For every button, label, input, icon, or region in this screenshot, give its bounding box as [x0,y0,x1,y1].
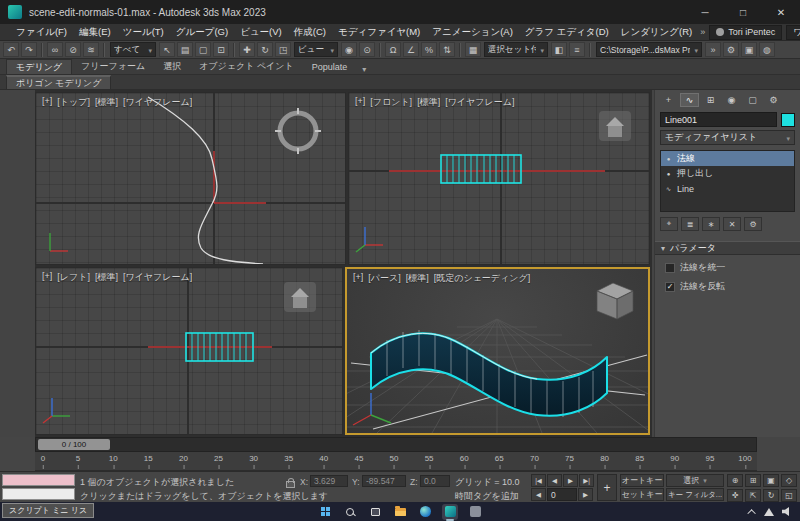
menu-item-6[interactable]: 作成(C) [288,26,332,39]
spline-icon[interactable]: ∿ [664,185,673,192]
previous-key-button[interactable]: ◀ [531,488,546,501]
ribbon-tab-3[interactable]: 選択 [154,59,190,74]
make-unique-button[interactable]: ∗ [702,217,720,231]
select-by-name-icon[interactable]: ▤ [177,42,193,57]
window-crossing-toggle-icon[interactable]: ⊡ [213,42,229,57]
spline-wireframe-top[interactable] [148,97,263,264]
set-keys-button[interactable] [597,474,617,501]
undo-icon[interactable]: ↶ [3,42,19,57]
redo-icon[interactable]: ↷ [21,42,37,57]
current-frame-field[interactable]: 0 [547,488,577,501]
pan-icon[interactable]: ✜ [727,489,743,502]
play-animation-button[interactable]: ▶ [563,474,578,487]
viewport-menu-plus[interactable]: [+] [355,96,365,109]
menu-item-7[interactable]: モディファイヤ(M) [332,26,426,39]
viewport-style-menu[interactable]: [標準] [95,96,118,109]
render-production-icon[interactable]: ◍ [759,42,775,57]
select-and-link-icon[interactable]: ∞ [47,42,63,57]
edit-named-selection-icon[interactable]: ▦ [465,42,481,57]
bind-to-space-warp-icon[interactable]: ≋ [83,42,99,57]
viewport-style-menu[interactable]: [標準] [95,271,118,284]
viewport-name-menu[interactable]: [トップ] [57,96,90,109]
file-explorer-icon[interactable] [392,504,408,520]
field-of-view-icon[interactable]: ◇ [781,474,797,487]
mirror-icon[interactable]: ◧ [551,42,567,57]
y-coordinate-field[interactable]: -89.547 [362,475,406,487]
menu-item-1[interactable]: ファイル(F) [10,26,73,39]
object-name-field[interactable]: Line001 [660,112,777,127]
maxscript-mini-listener-white[interactable] [2,488,75,500]
ribbon-tab-4[interactable]: オブジェクト ペイント [190,59,303,74]
visibility-icon[interactable]: ● [664,156,673,162]
viewcube[interactable] [597,283,633,319]
minimize-button[interactable]: ─ [686,0,724,24]
rectangular-selection-region-icon[interactable]: ▢ [195,42,211,57]
polygon-modeling-tab[interactable]: ポリゴン モデリング [6,75,111,90]
viewport-name-menu[interactable]: [パース] [368,272,400,285]
viewport-front[interactable]: [+] [フロント] [標準] [ワイヤフレーム] [348,92,650,265]
extrude-wireframe-front[interactable] [441,155,521,183]
viewcube-mini[interactable] [284,282,316,312]
align-icon[interactable]: ≡ [569,42,585,57]
menu-item-5[interactable]: ビュー(V) [234,26,288,39]
modifier-stack-row-2[interactable]: ●押し出し [661,166,794,181]
modifier-stack[interactable]: ●法線●押し出し∿Line [660,150,795,212]
viewport-menu-plus[interactable]: [+] [353,272,363,285]
selection-filter-dropdown[interactable]: すべて [110,42,156,57]
close-button[interactable]: ✕ [762,0,800,24]
remove-modifier-button[interactable]: ✕ [723,217,741,231]
viewport-shading-menu[interactable]: [既定のシェーディング] [434,272,530,285]
rendered-frame-window-icon[interactable]: ▣ [741,42,757,57]
utilities-tab[interactable]: ⚙ [764,93,783,107]
viewport-perspective[interactable]: [+] [パース] [標準] [既定のシェーディング] [345,267,650,435]
viewport-menu-plus[interactable]: [+] [42,96,52,109]
modify-tab[interactable]: ∿ [680,93,699,107]
object-color-swatch[interactable] [781,113,795,127]
menu-overflow-chevron[interactable]: » [700,27,705,37]
modifier-stack-row-1[interactable]: ●法線 [661,151,794,166]
pin-stack-button[interactable]: ⌖ [660,217,678,231]
viewport-name-menu[interactable]: [フロント] [370,96,412,109]
selection-lock-toggle[interactable] [286,481,295,488]
select-and-rotate-icon[interactable]: ↻ [257,42,273,57]
render-setup-icon[interactable]: ⚙ [723,42,739,57]
windows-start-icon[interactable] [317,504,333,520]
menu-item-10[interactable]: レンダリング(R) [615,26,699,39]
ribbon-tab-2[interactable]: フリーフォーム [72,59,154,74]
unlink-selection-icon[interactable]: ⊘ [65,42,81,57]
maximize-button[interactable]: □ [724,0,762,24]
spinner-snap-icon[interactable]: ⇅ [439,42,455,57]
viewport-style-menu[interactable]: [標準] [406,272,429,285]
create-tab[interactable]: + [659,93,678,107]
motion-tab[interactable]: ◉ [722,93,741,107]
signin-account-menu[interactable]: Tori iPentec [709,25,782,40]
select-and-move-icon[interactable]: ✚ [239,42,255,57]
visibility-icon[interactable]: ● [664,171,673,177]
extruded-spline-object[interactable] [371,333,607,415]
network-icon[interactable] [764,508,774,516]
snap-toggle-icon[interactable]: Ω [385,42,401,57]
select-and-scale-icon[interactable]: ◳ [275,42,291,57]
set-key-button[interactable]: セットキー [620,488,664,501]
walk-through-icon[interactable]: ⇱ [745,489,761,502]
time-slider-handle[interactable]: 0 / 100 [38,439,110,450]
menu-item-9[interactable]: グラフ エディタ(D) [519,26,615,39]
select-object-icon[interactable]: ↖ [159,42,175,57]
angle-snap-icon[interactable]: ∠ [403,42,419,57]
ribbon-tab-5[interactable]: Populate [303,59,357,74]
timeline-ruler[interactable]: 0510152025303540455055606570758085909510… [35,452,757,471]
maxscript-mini-listener-pink[interactable] [2,474,75,486]
toolbar-overflow-chevron[interactable]: » [705,42,721,57]
orbit-icon[interactable]: ↻ [763,489,779,502]
taskbar-app-icon[interactable] [467,504,483,520]
select-and-manipulate-icon[interactable]: ⊙ [359,42,375,57]
project-folder-dropdown[interactable]: C:\Storage\P...dsMax Project [596,42,702,57]
key-selection-dropdown[interactable]: 選択 [666,474,724,487]
viewport-style-menu[interactable]: [標準] [417,96,440,109]
viewport-shading-menu[interactable]: [ワイヤフレーム] [123,96,192,109]
menu-item-2[interactable]: 編集(E) [73,26,117,39]
time-slider-track[interactable]: 0 / 100 [35,437,757,452]
auto-key-button[interactable]: オートキー [620,474,664,487]
modifier-list-dropdown[interactable]: モディファイヤリスト [660,130,795,145]
show-end-result-button[interactable]: ≣ [681,217,699,231]
